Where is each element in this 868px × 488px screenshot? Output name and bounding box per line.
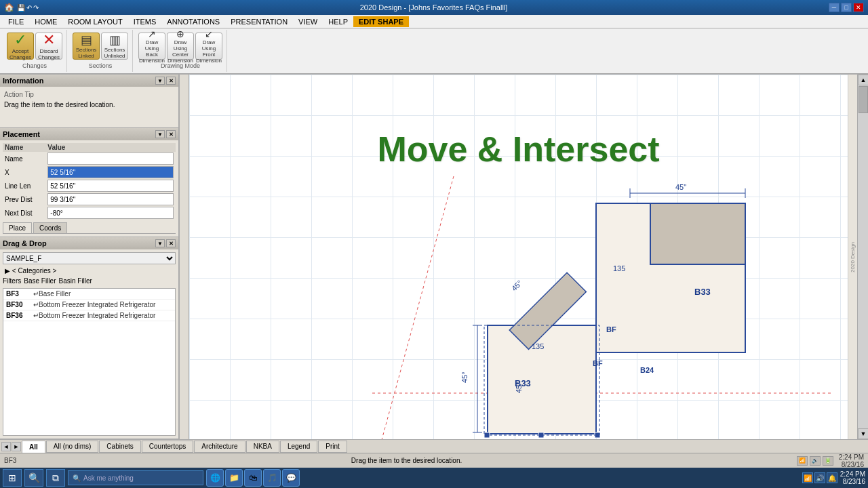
task-view-button[interactable]: ⧉	[46, 469, 65, 487]
tab-nkba[interactable]: NKBA	[246, 441, 279, 453]
taskbar-network-icon[interactable]: 📶	[802, 472, 813, 483]
library-dropdown[interactable]: SAMPLE_F	[3, 252, 176, 264]
vertical-scrollbar[interactable]: ▲ ▼	[857, 75, 868, 439]
taskbar-time-display: 2:24 PM	[840, 470, 865, 478]
information-content: Action Tip Drag the item to the desired …	[0, 87, 178, 127]
field-value-x	[45, 165, 176, 179]
tab-legend[interactable]: Legend	[280, 441, 317, 453]
list-item[interactable]: BF36 ↵Bottom Freezer Integrated Refriger…	[3, 310, 175, 321]
dim-45-top: 45"	[675, 183, 686, 191]
tab-cabinets[interactable]: Cabinets	[99, 441, 140, 453]
x-input[interactable]	[47, 166, 174, 178]
tab-place[interactable]: Place	[3, 222, 32, 233]
search-button[interactable]: 🔍	[24, 469, 43, 487]
taskbar-app-store[interactable]: 🛍	[244, 469, 262, 487]
restore-button[interactable]: □	[841, 3, 852, 12]
dragdrop-collapse-btn[interactable]: ▼	[155, 239, 165, 247]
name-input[interactable]	[47, 152, 174, 165]
time-display: 2:24 PM	[839, 453, 864, 461]
tab-coords[interactable]: Coords	[33, 222, 67, 233]
right-side-panel: 2020 Design	[848, 75, 857, 439]
item-desc: ↵Bottom Freezer Integrated Refrigerator	[33, 312, 155, 319]
scroll-down-btn[interactable]: ▼	[858, 428, 868, 439]
draw-back-dimension-button[interactable]: ↗ Draw UsingBack Dimension	[138, 33, 165, 60]
menu-items[interactable]: ITEMS	[128, 16, 162, 27]
menu-file[interactable]: FILE	[3, 16, 29, 27]
panel-collapse-btn[interactable]: ▼	[155, 77, 165, 85]
close-button[interactable]: ✕	[853, 3, 864, 12]
room-b33-right: B33	[694, 287, 711, 297]
list-item[interactable]: BF3 ↵Base Filler	[3, 289, 175, 300]
field-value-name	[45, 152, 176, 165]
menu-annotations[interactable]: ANNOTATIONS	[161, 16, 225, 27]
search-placeholder: Ask me anything	[83, 474, 134, 482]
network-icon: 📶	[797, 456, 808, 466]
placement-row-nextdist: Next Dist	[3, 206, 176, 220]
categories-label: < Categories >	[12, 267, 57, 274]
side-label: 2020 Design	[850, 242, 856, 272]
tab-nav-prev[interactable]: ◄	[1, 442, 11, 451]
tab-architecture[interactable]: Architecture	[194, 441, 245, 453]
search-bar[interactable]: 🔍 Ask me anything	[68, 470, 203, 485]
accept-changes-button[interactable]: ✓ AcceptChanges	[7, 33, 34, 60]
sections-linked-button[interactable]: ▤ SectionsLinked	[73, 33, 100, 60]
draw-front-dimension-button[interactable]: ↙ Draw UsingFront Dimension	[195, 33, 222, 60]
start-button[interactable]: ⊞	[3, 469, 22, 487]
categories-item[interactable]: ▶ < Categories >	[3, 266, 176, 275]
taskbar-volume-icon[interactable]: 🔊	[814, 472, 825, 483]
minimize-button[interactable]: ─	[829, 3, 840, 12]
search-icon: 🔍	[73, 474, 81, 482]
app-icon: 🏠	[4, 3, 14, 12]
tab-all-no-dims[interactable]: All (no dims)	[46, 441, 99, 453]
menu-room-layout[interactable]: ROOM LAYOUT	[62, 16, 127, 27]
menu-view[interactable]: VIEW	[293, 16, 323, 27]
tab-countertops[interactable]: Countertops	[142, 441, 193, 453]
placement-close-btn[interactable]: ✕	[166, 130, 176, 138]
dragdrop-panel-header[interactable]: Drag & Drop ▼ ✕	[0, 237, 178, 249]
placement-title: Placement	[3, 130, 40, 138]
menu-presentation[interactable]: PRESENTATION	[225, 16, 293, 27]
list-item[interactable]: BF30 ↵Bottom Freezer Integrated Refriger…	[3, 300, 175, 310]
canvas-area[interactable]: Move & Intersect B33 B33	[189, 75, 848, 439]
field-label-x: X	[3, 165, 45, 179]
prevdist-input[interactable]	[47, 193, 174, 205]
taskbar-app-music[interactable]: 🎵	[263, 469, 281, 487]
placement-collapse-btn[interactable]: ▼	[155, 130, 165, 138]
status-system-icons: 📶 🔊 🔋	[797, 456, 833, 466]
menu-help[interactable]: HELP	[323, 16, 353, 27]
scroll-track[interactable]	[858, 85, 868, 428]
panel-close-btn[interactable]: ✕	[166, 77, 176, 85]
statusbar-message: Drag the item to the desired location.	[351, 457, 462, 464]
action-tip-text: Drag the item to the desired location.	[4, 101, 174, 108]
scroll-thumb[interactable]	[859, 86, 868, 113]
draw-center-dimension-button[interactable]: ⊕ Draw UsingCenter Dimension	[167, 33, 194, 60]
linelen-input[interactable]	[47, 180, 174, 192]
discard-changes-button[interactable]: ✕ DiscardChanges	[35, 33, 62, 60]
menu-edit-shape[interactable]: EDIT SHAPE	[353, 16, 409, 27]
tab-print[interactable]: Print	[318, 441, 347, 453]
taskbar-app-ie[interactable]: 🌐	[206, 469, 224, 487]
drawing-group-label: Drawing Mode	[161, 62, 200, 69]
taskbar-notification-icon[interactable]: 🔔	[827, 472, 837, 483]
dim-45-left: 45°	[515, 382, 523, 393]
taskbar: ⊞ 🔍 ⧉ 🔍 Ask me anything 🌐 📁 🛍 🎵 💬 📶 🔊 🔔 …	[0, 468, 868, 488]
scroll-up-btn[interactable]: ▲	[858, 75, 868, 85]
center-dim-icon: ⊕	[176, 29, 184, 39]
canvas-wrapper: Move & Intersect B33 B33	[180, 75, 868, 439]
toolbar-group-changes: ✓ AcceptChanges ✕ DiscardChanges Changes	[3, 30, 67, 72]
tab-all[interactable]: All	[22, 441, 45, 453]
dragdrop-close-btn[interactable]: ✕	[166, 239, 176, 247]
filters-row: Filters Base Filler Basin Filler	[3, 277, 176, 285]
field-value-linelen	[45, 179, 176, 192]
sections-unlinked-button[interactable]: ▥ SectionsUnlinked	[101, 33, 128, 60]
menu-home[interactable]: HOME	[29, 16, 62, 27]
taskbar-app-explorer[interactable]: 📁	[225, 469, 243, 487]
titlebar-left: 🏠 💾 ↶ ↷	[4, 3, 39, 12]
nextdist-input[interactable]	[47, 207, 174, 219]
taskbar-app-chat[interactable]: 💬	[282, 469, 300, 487]
placement-panel-header[interactable]: Placement ▼ ✕	[0, 128, 178, 140]
taskbar-date-display: 8/23/16	[840, 478, 865, 485]
field-label-name: Name	[3, 152, 45, 165]
information-panel-header[interactable]: Information ▼ ✕	[0, 75, 178, 87]
tab-nav-next[interactable]: ►	[12, 442, 21, 451]
